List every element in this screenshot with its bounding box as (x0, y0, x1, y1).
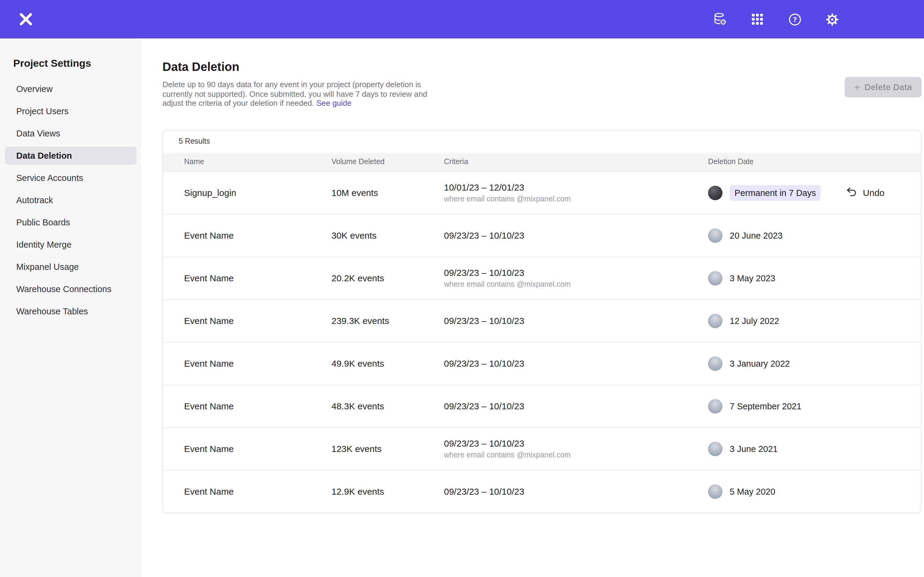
results-count: 5 Results (163, 131, 921, 153)
main-content: Data Deletion Delete up to 90 days data … (141, 39, 924, 577)
row-deletion-date: 3 June 2021 (708, 442, 921, 456)
row-deletion-date: Permanent in 7 DaysUndo (708, 185, 921, 201)
sidebar-item-identity-merge[interactable]: Identity Merge (5, 235, 137, 254)
criteria-range: 09/23/23 – 10/10/23 (444, 358, 708, 369)
row-volume: 239.3K events (331, 316, 444, 326)
criteria-range: 09/23/23 – 10/10/23 (444, 268, 708, 278)
criteria-range: 09/23/23 – 10/10/23 (444, 487, 708, 497)
row-volume: 20.2K events (331, 273, 444, 284)
sidebar-item-overview[interactable]: Overview (5, 80, 137, 98)
avatar (708, 484, 722, 499)
deletion-date-text: 12 July 2022 (730, 316, 779, 326)
row-deletion-date: 3 May 2023 (708, 271, 921, 285)
row-deletion-date: 20 June 2023 (708, 228, 921, 243)
row-criteria: 09/23/23 – 10/10/23 (444, 401, 708, 411)
row-name: Signup_login (184, 188, 331, 198)
avatar (708, 399, 722, 414)
row-deletion-date: 5 May 2020 (708, 484, 921, 499)
column-header-name: Name (184, 158, 331, 166)
table-row: Signup_login10M events10/01/23 – 12/01/2… (163, 171, 921, 214)
svg-text:?: ? (793, 16, 797, 23)
row-name: Event Name (184, 273, 331, 284)
criteria-range: 09/23/23 – 10/10/23 (444, 438, 708, 449)
sidebar-item-warehouse-connections[interactable]: Warehouse Connections (5, 280, 137, 298)
apps-grid-icon[interactable] (750, 11, 765, 27)
page-description: Delete up to 90 days data for any event … (162, 80, 435, 108)
sidebar-item-public-boards[interactable]: Public Boards (5, 213, 137, 231)
row-volume: 48.3K events (331, 401, 444, 411)
row-volume: 10M events (331, 188, 444, 198)
table-body: Signup_login10M events10/01/23 – 12/01/2… (163, 171, 921, 513)
avatar (708, 314, 722, 328)
deletion-date-text: 7 September 2021 (730, 401, 801, 411)
row-criteria: 10/01/23 – 12/01/23where email contains … (444, 182, 708, 203)
row-name: Event Name (184, 358, 331, 369)
row-deletion-date: 3 January 2022 (708, 356, 921, 371)
deletion-date-text: 3 May 2023 (730, 274, 775, 283)
row-criteria: 09/23/23 – 10/10/23 (444, 487, 708, 497)
row-criteria: 09/23/23 – 10/10/23 (444, 316, 708, 326)
page-description-text: Delete up to 90 days data for any event … (162, 80, 427, 108)
sidebar: Project Settings OverviewProject UsersDa… (0, 39, 141, 577)
sidebar-item-warehouse-tables[interactable]: Warehouse Tables (5, 302, 137, 320)
help-icon[interactable]: ? (787, 11, 803, 27)
row-name: Event Name (184, 444, 331, 454)
row-deletion-date: 7 September 2021 (708, 399, 921, 414)
table-row: Event Name12.9K events09/23/23 – 10/10/2… (163, 470, 921, 513)
table-row: Event Name30K events09/23/23 – 10/10/232… (163, 214, 921, 257)
row-deletion-date: 12 July 2022 (708, 314, 921, 328)
row-name: Event Name (184, 487, 331, 497)
sidebar-nav: OverviewProject UsersData ViewsData Dele… (5, 80, 137, 320)
sidebar-item-data-deletion[interactable]: Data Deletion (5, 147, 137, 165)
row-criteria: 09/23/23 – 10/10/23where email contains … (444, 438, 708, 459)
column-header-criteria: Criteria (444, 158, 708, 166)
delete-data-button-label: Delete Data (864, 82, 912, 92)
sidebar-item-mixpanel-usage[interactable]: Mixpanel Usage (5, 258, 137, 276)
see-guide-link[interactable]: See guide (317, 98, 352, 108)
row-name: Event Name (184, 401, 331, 411)
row-volume: 123K events (331, 444, 444, 454)
criteria-filter: where email contains @mixpanel.com (444, 195, 708, 203)
data-management-icon[interactable] (712, 11, 728, 27)
deletion-date-text: 3 June 2021 (730, 444, 778, 454)
undo-label: Undo (863, 188, 885, 198)
avatar (708, 356, 722, 371)
criteria-range: 10/01/23 – 12/01/23 (444, 182, 708, 193)
topbar-icon-group: ? (712, 11, 840, 27)
criteria-range: 09/23/23 – 10/10/23 (444, 230, 708, 241)
column-header-volume: Volume Deleted (331, 158, 444, 166)
sidebar-title: Project Settings (5, 58, 137, 70)
table-row: Event Name20.2K events09/23/23 – 10/10/2… (163, 257, 921, 299)
row-criteria: 09/23/23 – 10/10/23where email contains … (444, 268, 708, 289)
avatar (708, 228, 722, 243)
delete-data-button[interactable]: + Delete Data (845, 77, 922, 97)
mixpanel-logo[interactable] (18, 11, 34, 27)
top-navigation-bar: ? (0, 0, 924, 39)
undo-button[interactable]: Undo (846, 186, 885, 200)
criteria-filter: where email contains @mixpanel.com (444, 280, 708, 289)
undo-icon (846, 186, 858, 200)
criteria-filter: where email contains @mixpanel.com (444, 451, 708, 459)
app-window: ? (0, 0, 924, 577)
row-criteria: 09/23/23 – 10/10/23 (444, 230, 708, 241)
plus-icon: + (854, 82, 860, 92)
row-volume: 30K events (331, 230, 444, 241)
avatar (708, 186, 722, 200)
table-header-row: Name Volume Deleted Criteria Deletion Da… (163, 153, 921, 171)
sidebar-item-service-accounts[interactable]: Service Accounts (5, 169, 137, 187)
sidebar-item-project-users[interactable]: Project Users (5, 102, 137, 120)
table-row: Event Name123K events09/23/23 – 10/10/23… (163, 427, 921, 470)
table-row: Event Name239.3K events09/23/23 – 10/10/… (163, 299, 921, 342)
deletion-date-text: 3 January 2022 (730, 359, 790, 368)
deletion-table-card: 5 Results Name Volume Deleted Criteria D… (162, 130, 922, 513)
settings-icon[interactable] (824, 11, 840, 27)
table-row: Event Name48.3K events09/23/23 – 10/10/2… (163, 385, 921, 427)
avatar (708, 442, 722, 456)
deletion-status-badge: Permanent in 7 Days (730, 185, 821, 201)
sidebar-item-data-views[interactable]: Data Views (5, 124, 137, 142)
row-volume: 49.9K events (331, 358, 444, 369)
page-title: Data Deletion (162, 60, 922, 74)
sidebar-item-autotrack[interactable]: Autotrack (5, 191, 137, 209)
row-criteria: 09/23/23 – 10/10/23 (444, 358, 708, 369)
deletion-date-text: 20 June 2023 (730, 231, 783, 240)
